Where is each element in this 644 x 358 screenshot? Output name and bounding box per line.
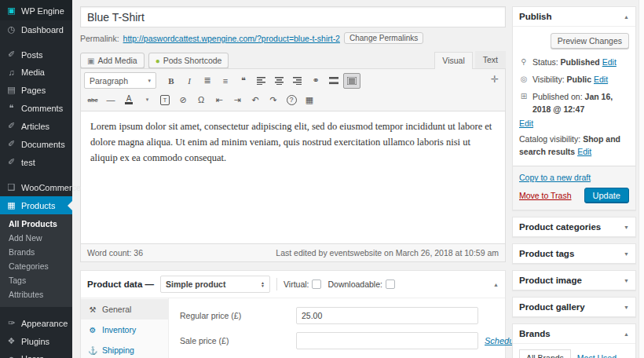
move-to-trash-link[interactable]: Move to Trash	[519, 191, 572, 200]
horizontal-rule-button[interactable]: —	[102, 92, 119, 108]
add-media-icon: ▣	[87, 57, 94, 65]
panel-title: Product gallery	[519, 302, 585, 312]
edit-status-link[interactable]: Edit	[602, 57, 617, 67]
submenu-tags[interactable]: Tags	[0, 273, 72, 287]
virtual-checkbox[interactable]	[312, 279, 321, 289]
appearance-icon: ✑	[6, 318, 16, 328]
sidebar-item-test[interactable]: ✐ test	[0, 153, 72, 171]
sidebar-item-documents[interactable]: ✐ Documents	[0, 135, 72, 153]
paragraph-format-select[interactable]: Paragraph ▾	[84, 72, 156, 89]
color-bar	[125, 102, 133, 104]
text-color-dropdown[interactable]: ▾	[138, 92, 156, 108]
products-icon: ▦	[6, 200, 16, 210]
edit-catalog-link[interactable]: Edit	[577, 147, 591, 156]
italic-button[interactable]: I	[181, 73, 198, 89]
redo-button[interactable]: ↷	[265, 92, 282, 108]
toolbar-toggle-button[interactable]	[343, 73, 360, 89]
align-left-button[interactable]	[253, 73, 270, 89]
permalink-url-link[interactable]: http://paswordcattest.wpengine.com/?prod…	[123, 34, 340, 43]
sidebar-item-plugins[interactable]: ❖ Plugins	[0, 332, 72, 350]
sidebar-item-pages[interactable]: ▤ Pages	[0, 81, 72, 99]
sale-price-input[interactable]	[296, 332, 478, 349]
blockquote-button[interactable]: ❝	[235, 73, 252, 89]
sidebar-item-comments[interactable]: ❝ Comments	[0, 99, 72, 117]
last-edited: Last edited by eventswebsite on March 26…	[276, 248, 499, 258]
paste-as-text-button[interactable]: T	[156, 92, 174, 108]
collapse-toggle-icon[interactable]: ▲	[624, 14, 629, 20]
post-title-input[interactable]	[80, 6, 506, 27]
text-color-button[interactable]: A	[120, 92, 137, 108]
regular-price-label: Regular price (£)	[180, 311, 290, 320]
collapse-toggle-icon[interactable]: ▲	[624, 331, 629, 337]
indent-button[interactable]: ⇥	[229, 92, 246, 108]
keyboard-shortcuts-button[interactable]: ?	[283, 92, 300, 108]
tab-general[interactable]: ⚒ General	[81, 299, 168, 320]
tab-text[interactable]: Text	[475, 51, 506, 68]
catalog-visibility-row: Catalog visibility: Shop and search resu…	[519, 133, 629, 159]
tab-shipping[interactable]: ⚓ Shipping	[81, 340, 168, 358]
panel-title: Product tags	[519, 249, 574, 258]
edit-published-link[interactable]: Edit	[519, 119, 533, 128]
bullet-list-button[interactable]: ≣	[199, 73, 216, 89]
collapse-toggle-icon[interactable]: ▲	[493, 282, 499, 287]
pushpin-icon: ✐	[6, 157, 16, 167]
outdent-button[interactable]: ⇤	[210, 92, 228, 108]
change-permalinks-button[interactable]: Change Permalinks	[344, 32, 423, 44]
expand-toggle-icon[interactable]: ▼	[624, 278, 629, 283]
sidebar-item-dashboard[interactable]: ◷ Dashboard	[0, 20, 72, 38]
numbered-list-button[interactable]: ≡	[217, 73, 234, 89]
clear-formatting-button[interactable]: ⊘	[174, 92, 192, 108]
content-editor: Paragraph ▾ B I ≣ ≡ ❝	[80, 68, 506, 262]
sidebar-item-articles[interactable]: ✐ Articles	[0, 117, 72, 135]
menu-separator	[0, 307, 72, 314]
align-center-button[interactable]	[271, 73, 288, 89]
product-type-select[interactable]: Simple product ▲▼	[160, 276, 270, 293]
special-character-button[interactable]: Ω	[192, 92, 210, 108]
expand-toggle-icon[interactable]: ▼	[624, 225, 629, 230]
expand-toggle-icon[interactable]: ▼	[624, 305, 629, 310]
tab-most-used[interactable]: Most Used	[571, 350, 623, 358]
copy-to-new-draft-link[interactable]: Copy to a new draft	[519, 173, 591, 182]
pushpin-icon: ✐	[6, 121, 16, 131]
submenu-categories[interactable]: Categories	[0, 259, 72, 273]
submenu-attributes[interactable]: Attributes	[0, 287, 72, 301]
scrollbar[interactable]	[639, 0, 644, 358]
submenu-brands[interactable]: Brands	[0, 245, 72, 259]
editor-content-area[interactable]: Lorem ipsum dolor sit amet, consectetur …	[81, 111, 505, 243]
submenu-add-new[interactable]: Add New	[0, 231, 72, 245]
downloadable-checkbox[interactable]	[386, 279, 395, 289]
product-data-tabs: ⚒ General ⚙ Inventory ⚓ Shipping ⚭ Linke…	[81, 298, 169, 358]
sidebar-item-products[interactable]: ▦ Products	[0, 196, 72, 214]
sidebar-item-media[interactable]: ♫ Media	[0, 64, 72, 81]
sidebar-item-wp-engine[interactable]: ▣ WP Engine	[0, 0, 72, 20]
expand-toggle-icon[interactable]: ▼	[624, 251, 629, 257]
update-button[interactable]: Update	[584, 188, 629, 203]
product-tags-panel: Product tags ▼	[512, 243, 636, 264]
product-data-title: Product data —	[87, 279, 154, 289]
wp-engine-icon: ▣	[6, 5, 16, 16]
sidebar-item-posts[interactable]: ✐ Posts	[0, 46, 72, 64]
tab-visual[interactable]: Visual	[434, 52, 472, 69]
insert-link-button[interactable]: ⚭	[307, 73, 324, 89]
preview-changes-button[interactable]: Preview Changes	[551, 33, 629, 49]
product-gallery-panel: Product gallery ▼	[512, 297, 636, 317]
tab-all-brands[interactable]: All Brands	[519, 349, 571, 358]
sidebar-item-woocommerce[interactable]: ❑ WooCommerce	[0, 178, 72, 196]
pods-shortcode-button[interactable]: ● Pods Shortcode	[148, 53, 229, 68]
table-button[interactable]: ▦	[301, 92, 318, 108]
pods-shortcode-icon: ●	[156, 57, 160, 65]
undo-button[interactable]: ↶	[247, 92, 264, 108]
bold-button[interactable]: B	[163, 73, 180, 89]
submenu-all-products[interactable]: All Products	[0, 217, 72, 231]
align-right-button[interactable]	[289, 73, 306, 89]
add-media-button[interactable]: ▣ Add Media	[80, 53, 145, 68]
permalink-label: Permalink:	[80, 34, 119, 43]
tab-inventory[interactable]: ⚙ Inventory	[81, 320, 168, 340]
sidebar-item-users[interactable]: ☻ Users	[0, 350, 72, 358]
strikethrough-button[interactable]: abc	[84, 92, 101, 108]
fullscreen-icon[interactable]: ✛	[491, 74, 499, 85]
edit-visibility-link[interactable]: Edit	[594, 75, 608, 84]
read-more-button[interactable]	[325, 73, 342, 89]
regular-price-input[interactable]	[296, 307, 478, 324]
sidebar-item-appearance[interactable]: ✑ Appearance	[0, 314, 72, 332]
